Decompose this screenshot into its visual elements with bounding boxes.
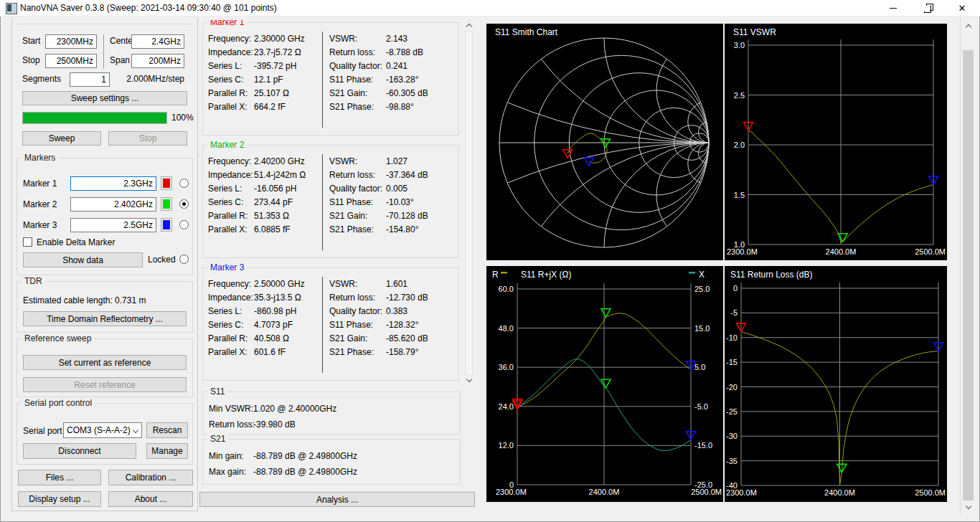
detail-label: Series C: [208, 197, 243, 207]
reset-reference-button[interactable]: Reset reference [23, 377, 187, 392]
show-data-button[interactable]: Show data [23, 252, 143, 267]
main-scrollbar[interactable] [962, 19, 974, 515]
calibration-button[interactable]: Calibration ... [108, 470, 193, 485]
marker-row-label: Marker 2 [23, 199, 57, 209]
detail-value: 2.30000 GHz [254, 34, 305, 44]
svg-text:36.0: 36.0 [499, 363, 514, 371]
detail-label: Impedance: [208, 47, 253, 57]
reference-sweep-group: Reference sweep Set current as reference… [17, 338, 193, 397]
marker-data-scrollbar[interactable] [463, 20, 474, 386]
detail-label: Frequency: [208, 34, 251, 44]
detail-value: -154.80° [386, 224, 419, 234]
svg-text:R: R [492, 270, 499, 280]
svg-text:S11 R+jX (Ω): S11 R+jX (Ω) [521, 270, 571, 280]
sweep-settings-button[interactable]: Sweep settings ... [22, 91, 187, 105]
start-input[interactable] [45, 34, 97, 49]
scrollbar-track[interactable] [465, 31, 473, 375]
svg-text:X: X [699, 270, 705, 280]
s11-rjx-chart[interactable]: 60.048.036.024.012.0025.015.05.0-5.0-15.… [486, 266, 723, 502]
start-label: Start [22, 36, 40, 46]
svg-text:-20: -20 [726, 383, 738, 392]
detail-value: -37.364 dB [386, 170, 428, 180]
reference-group-title: Reference sweep [22, 333, 94, 343]
restore-icon [924, 6, 931, 13]
detail-label: Parallel X: [208, 224, 248, 234]
locked-label: Locked [148, 255, 176, 265]
stop-input[interactable] [45, 54, 97, 68]
set-reference-button[interactable]: Set current as reference [23, 355, 187, 370]
display-setup-button[interactable]: Display setup ... [18, 491, 101, 507]
detail-value: -8.788 dB [386, 47, 423, 57]
segments-label: Segments [22, 74, 61, 84]
chevron-up-icon [965, 24, 971, 30]
detail-label: S11 Phase: [329, 197, 373, 207]
marker-color-fill [163, 220, 170, 229]
svg-text:2.5: 2.5 [734, 91, 745, 100]
restore-button[interactable] [915, 0, 940, 16]
scroll-down-arrow[interactable] [463, 375, 474, 386]
stop-label: Stop [22, 55, 40, 65]
scroll-up-arrow[interactable] [463, 20, 474, 31]
s11-smith-chart[interactable]: S11 Smith Chart [486, 24, 723, 260]
marker-frequency-input[interactable] [70, 197, 156, 212]
marker-color-swatch[interactable] [161, 176, 172, 190]
svg-text:-15.0: -15.0 [694, 441, 712, 450]
minimize-button[interactable] [881, 0, 905, 16]
progress-percent: 100% [171, 113, 194, 123]
detail-value: 0.241 [386, 61, 407, 71]
analysis-button[interactable]: Analysis ... [199, 492, 475, 507]
marker-color-swatch[interactable] [161, 197, 172, 211]
marker-data-content: Marker 1Frequency:2.30000 GHzImpedance:2… [201, 20, 462, 386]
chevron-down-icon [133, 427, 138, 433]
marker-color-fill [163, 179, 170, 188]
span-input[interactable] [131, 54, 184, 68]
detail-label: Series C: [208, 75, 243, 85]
marker-frequency-input[interactable] [70, 176, 156, 191]
enable-delta-marker-checkbox[interactable] [23, 237, 32, 247]
detail-value: -70.128 dB [386, 211, 428, 221]
detail-label: Parallel R: [208, 333, 248, 343]
svg-text:3.0: 3.0 [734, 41, 745, 49]
charts-panel-border [960, 17, 961, 515]
detail-value: 273.44 pF [254, 197, 293, 207]
detail-value: -128.32° [386, 320, 419, 330]
markers-group-title: Markers [22, 153, 58, 163]
summary-value: 1.020 @ 2.40000GHz [253, 404, 336, 414]
stop-button[interactable]: Stop [108, 131, 187, 146]
marker-select-radio[interactable] [179, 220, 189, 229]
s11-vswr-chart[interactable]: 3.02.52.01.51.02300.0M2400.0M2500.0MS11 … [725, 24, 947, 260]
svg-text:2.0: 2.0 [734, 141, 745, 149]
about-button[interactable]: About ... [108, 491, 193, 507]
detail-value: 51.4-j242m Ω [254, 170, 306, 180]
detail-value: 2.143 [386, 34, 407, 44]
disconnect-button[interactable]: Disconnect [23, 443, 136, 459]
main-scroll-down-arrow[interactable] [962, 501, 974, 513]
marker-color-swatch[interactable] [161, 218, 172, 232]
main-scrollbar-thumb[interactable] [963, 50, 974, 500]
rescan-button[interactable]: Rescan [146, 422, 188, 438]
detail-value: 1.027 [386, 156, 407, 166]
detail-value: -395.72 pH [254, 61, 296, 71]
detail-value: 35.3-j13.5 Ω [254, 293, 301, 303]
svg-text:60.0: 60.0 [499, 285, 514, 293]
marker-select-radio[interactable] [179, 179, 189, 188]
detail-label: Parallel R: [208, 211, 248, 221]
detail-label: Return loss: [329, 170, 375, 180]
main-scroll-up-arrow[interactable] [962, 20, 974, 32]
locked-radio[interactable] [179, 255, 189, 264]
serial-port-select[interactable]: COM3 (S-A-A-2) [63, 422, 142, 438]
svg-text:2500.0M: 2500.0M [915, 247, 946, 256]
close-button[interactable]: ✕ [950, 0, 974, 16]
s11-return-loss-chart[interactable]: 0-5-10-15-20-25-30-35-402300.0M2400.0M25… [725, 266, 947, 502]
marker-select-radio[interactable] [179, 199, 189, 209]
marker-frequency-input[interactable] [70, 218, 156, 232]
svg-text:25.0: 25.0 [694, 285, 710, 293]
manage-button[interactable]: Manage [146, 443, 188, 459]
sweep-button[interactable]: Sweep [22, 131, 101, 146]
center-input[interactable] [131, 34, 184, 49]
control-sidebar: Start Center Stop Span Segments 2.000MHz… [11, 19, 198, 511]
files-button[interactable]: Files ... [18, 470, 101, 485]
detail-label: VSWR: [329, 156, 357, 166]
summary-label: Max gain: [209, 467, 246, 477]
tdr-button[interactable]: Time Domain Reflectometry ... [23, 311, 187, 326]
